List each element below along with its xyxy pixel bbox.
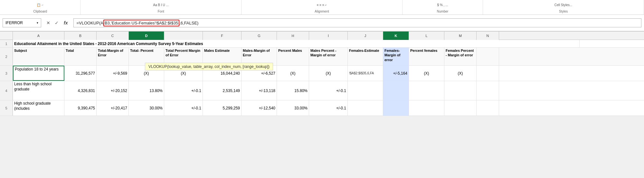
col-header-C[interactable]: C xyxy=(97,32,129,40)
cell-3B[interactable]: 31,296,577 xyxy=(64,66,97,81)
cell-5A[interactable]: High school graduate (includes xyxy=(13,100,64,116)
cell-1A[interactable]: Educational Attainment in the United Sta… xyxy=(13,40,580,47)
col-header-K[interactable]: K xyxy=(383,32,409,40)
number-tools: $ % , ... xyxy=(437,3,448,7)
clipboard-content: 📋 ⌐ xyxy=(34,0,46,10)
table-row: 3 Population 18 to 24 years 31,296,577 +… xyxy=(0,66,644,81)
row4-pct-males: 15.80% xyxy=(294,89,308,93)
cell-2K[interactable]: Females-Margin of error xyxy=(383,48,409,65)
cell-3J[interactable]: !$A$2:$I$35,6,FA xyxy=(348,66,383,81)
cell-4D[interactable]: 13.80% xyxy=(129,81,164,100)
confirm-button[interactable]: ✓ xyxy=(53,20,60,26)
cell-2A[interactable]: Subject xyxy=(13,48,64,65)
formula-prefix: =VLOOKUP(A xyxy=(76,21,103,25)
cell-5C[interactable]: +/-20,417 xyxy=(97,100,129,116)
cell-4F[interactable]: 2,535,149 xyxy=(203,81,242,100)
row5-total-margin: +/-20,417 xyxy=(111,106,127,110)
row5-total-pct-margin: +/-0.1 xyxy=(191,106,201,110)
cell-4L[interactable] xyxy=(409,81,444,100)
column-headers: A B C D F G H I J K L M N xyxy=(0,32,644,40)
header-subject: Subject xyxy=(14,48,27,53)
cell-5I[interactable]: +/-0.1 xyxy=(309,100,348,116)
cell-2B[interactable]: Total xyxy=(64,48,97,65)
cell-4B[interactable]: 4,326,831 xyxy=(64,81,97,100)
cell-5L[interactable] xyxy=(409,100,444,116)
cell-3M[interactable]: (X) xyxy=(444,66,477,81)
ribbon-top: 📋 ⌐ Clipboard Aa B I U ... Font ≡ ≡ ≡ ⌐ … xyxy=(0,0,644,14)
row5-males-margin: +/-12,540 xyxy=(259,106,275,110)
cell-3I[interactable]: (X) xyxy=(309,66,348,81)
cell-4C[interactable]: +/-20,152 xyxy=(97,81,129,100)
cell-2H[interactable]: Percent Males xyxy=(277,48,309,65)
cell-2C[interactable]: Total-Margin of Error xyxy=(97,48,129,65)
cell-3L[interactable]: (X) xyxy=(409,66,444,81)
cell-3C[interactable]: +/-9,569 xyxy=(97,66,129,81)
cell-3K[interactable]: +/-5,164 xyxy=(383,66,409,81)
header-total: Total xyxy=(66,48,74,53)
row1-title: Educational Attainment in the United Sta… xyxy=(14,42,203,46)
cell-2I[interactable]: Males Percent - Margin of error xyxy=(309,48,348,65)
col-header-N[interactable]: N xyxy=(477,32,499,40)
cell-5E[interactable]: +/-0.1 xyxy=(164,100,203,116)
styles-label: Styles xyxy=(559,10,568,14)
col-header-B[interactable]: B xyxy=(64,32,97,40)
cell-4I[interactable]: +/-0.1 xyxy=(309,81,348,100)
col-header-G[interactable]: G xyxy=(242,32,277,40)
col-header-F[interactable]: F xyxy=(203,32,242,40)
header-females-margin: Females-Margin of error xyxy=(384,48,407,62)
alignment-section: ≡ ≡ ≡ ⌐ Alignment xyxy=(242,0,402,14)
cancel-button[interactable]: ✕ xyxy=(45,20,52,26)
col-header-H[interactable]: H xyxy=(277,32,309,40)
cell-5D[interactable]: 30.00% xyxy=(129,100,164,116)
cell-4E[interactable]: +/-0.1 xyxy=(164,81,203,100)
styles-tools: Cell Styles... xyxy=(554,3,573,7)
row-num-corner xyxy=(0,32,13,40)
cell-2M[interactable]: Females Percent - Margin of error xyxy=(444,48,477,65)
name-box[interactable]: IFERROR ▾ xyxy=(3,18,41,27)
col-header-M[interactable]: M xyxy=(444,32,477,40)
cell-5M[interactable] xyxy=(444,100,477,116)
col-header-E[interactable] xyxy=(164,32,203,40)
cell-2L[interactable]: Percent females xyxy=(409,48,444,65)
col-header-J[interactable]: J xyxy=(348,32,383,40)
number-section: $ % , ... Number xyxy=(402,0,483,14)
cell-4M[interactable] xyxy=(444,81,477,100)
cell-4A[interactable]: Less than high school graduate xyxy=(13,81,64,100)
table-row: 4 Less than high school graduate 4,326,8… xyxy=(0,81,644,100)
formula-bar: IFERROR ▾ ✕ ✓ fx =VLOOKUP(AB3,'Education… xyxy=(0,15,644,32)
cell-5H[interactable]: 33.00% xyxy=(277,100,309,116)
formula-icons: ✕ ✓ fx xyxy=(43,20,72,26)
header-total-pct-margin: Total Percent Margin of Error xyxy=(166,48,201,58)
cell-5K[interactable] xyxy=(383,100,409,116)
col-header-L[interactable]: L xyxy=(409,32,444,40)
cell-4H[interactable]: 15.80% xyxy=(277,81,309,100)
cell-4G[interactable]: +/-13,118 xyxy=(242,81,277,100)
row-num-1: 1 xyxy=(0,40,13,47)
cell-5G[interactable]: +/-12,540 xyxy=(242,100,277,116)
tooltip-text: VLOOKUP(lookup_value, table_array, col_i… xyxy=(148,64,270,69)
cell-2J[interactable]: Females-Estimate xyxy=(348,48,383,65)
ribbon: 📋 ⌐ Clipboard Aa B I U ... Font ≡ ≡ ≡ ⌐ … xyxy=(0,0,644,15)
formula-input[interactable]: =VLOOKUP(AB3,'Education US-Females'!$A$2… xyxy=(73,18,641,27)
table-row: 2 Subject Total Total-Margin of Error To… xyxy=(0,48,644,66)
clipboard-expand: ⌐ xyxy=(42,3,44,7)
cell-3H[interactable]: (X) xyxy=(277,66,309,81)
col-header-A[interactable]: A xyxy=(13,32,64,40)
col-header-D[interactable]: D xyxy=(129,32,164,40)
row3-males-margin: +/-6,527 xyxy=(261,71,275,76)
cell-5F[interactable]: 5,299,259 xyxy=(203,100,242,116)
cell-4J[interactable] xyxy=(348,81,383,100)
name-box-dropdown[interactable]: ▾ xyxy=(37,21,38,24)
cell-5N[interactable] xyxy=(477,100,499,116)
cell-3A[interactable]: Population 18 to 24 years xyxy=(13,66,64,81)
cell-4K[interactable] xyxy=(383,81,409,100)
cell-5J[interactable] xyxy=(348,100,383,116)
row3-pct-males: (X) xyxy=(290,71,296,76)
cell-5B[interactable]: 9,390,475 xyxy=(64,100,97,116)
row5-subject: High school graduate (includes xyxy=(14,101,63,111)
row3-subject: Population 18 to 24 years xyxy=(15,67,59,72)
cell-3N[interactable] xyxy=(477,66,499,81)
cell-4N[interactable] xyxy=(477,81,499,100)
cell-2N[interactable] xyxy=(477,48,499,65)
col-header-I[interactable]: I xyxy=(309,32,348,40)
